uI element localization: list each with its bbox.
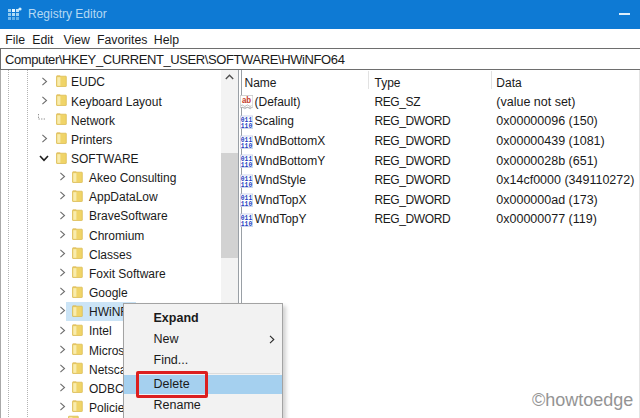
svg-text:110: 110 (241, 122, 253, 130)
svg-text:ab: ab (242, 95, 251, 106)
svg-text:110: 110 (241, 181, 253, 189)
svg-text:110: 110 (241, 142, 253, 150)
svg-text:110: 110 (241, 200, 253, 208)
svg-text:110: 110 (241, 161, 253, 169)
svg-text:110: 110 (241, 220, 253, 228)
